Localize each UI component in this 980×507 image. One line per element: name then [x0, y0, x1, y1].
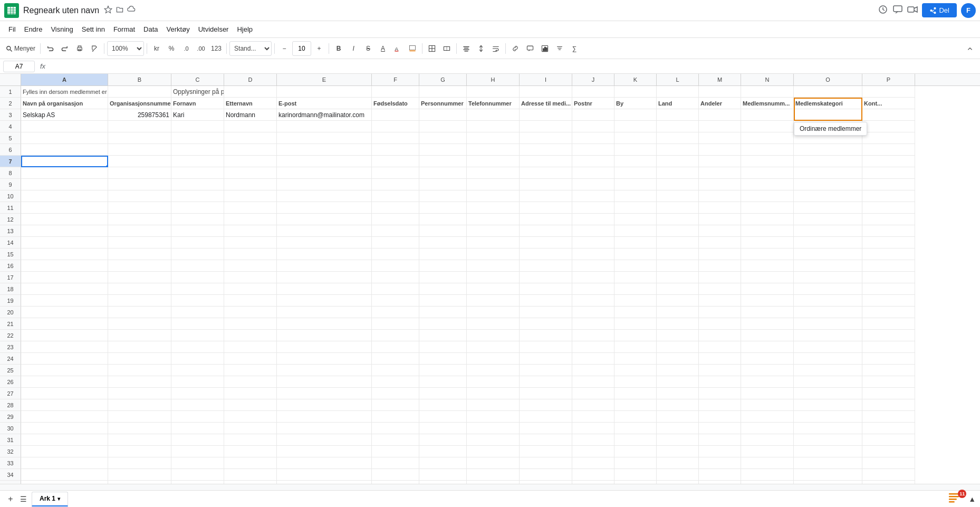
cell-C7[interactable] — [171, 156, 224, 167]
cell-E14[interactable] — [277, 237, 372, 248]
cell-L34[interactable] — [657, 469, 699, 481]
cell-H4[interactable] — [467, 121, 520, 132]
cell-A34[interactable] — [21, 469, 108, 481]
cell-B23[interactable] — [108, 341, 171, 353]
cell-P35[interactable] — [862, 481, 915, 484]
cell-B35[interactable] — [108, 481, 171, 484]
cell-A20[interactable] — [21, 307, 108, 318]
cell-J19[interactable] — [572, 295, 614, 307]
cell-M27[interactable] — [699, 388, 741, 399]
cell-O16[interactable] — [794, 260, 862, 272]
cell-L16[interactable] — [657, 260, 699, 272]
cell-B19[interactable] — [108, 295, 171, 307]
cell-B27[interactable] — [108, 388, 171, 399]
cell-M26[interactable] — [699, 376, 741, 388]
cell-A35[interactable] — [21, 481, 108, 484]
filter-button[interactable] — [553, 41, 566, 56]
cell-B17[interactable] — [108, 272, 171, 283]
cell-A18[interactable] — [21, 283, 108, 295]
cell-P27[interactable] — [862, 388, 915, 399]
cell-D6[interactable] — [224, 144, 277, 156]
row-num-29[interactable]: 29 — [0, 411, 21, 423]
cell-E4[interactable] — [277, 121, 372, 132]
font-size-increase-button[interactable]: + — [312, 41, 326, 56]
cell-G13[interactable] — [419, 225, 467, 237]
row-num-31[interactable]: 31 — [0, 434, 21, 446]
cell-E13[interactable] — [277, 225, 372, 237]
cell-K17[interactable] — [614, 272, 657, 283]
cell-H35[interactable] — [467, 481, 520, 484]
cell-A11[interactable] — [21, 202, 108, 214]
menu-fil[interactable]: Fil — [4, 23, 20, 35]
add-sheet-button[interactable]: + — [4, 493, 17, 505]
cell-O6[interactable] — [794, 144, 862, 156]
cell-P24[interactable] — [862, 353, 915, 365]
cell-K29[interactable] — [614, 411, 657, 423]
cell-I8[interactable] — [520, 167, 572, 179]
cell-C11[interactable] — [171, 202, 224, 214]
cell-J1[interactable] — [572, 86, 614, 98]
cell-I30[interactable] — [520, 423, 572, 434]
cell-C22[interactable] — [171, 330, 224, 341]
cell-E1[interactable] — [277, 86, 372, 98]
fill-color-button[interactable] — [406, 41, 419, 56]
cell-O21[interactable] — [794, 318, 862, 330]
cell-C18[interactable] — [171, 283, 224, 295]
cell-M31[interactable] — [699, 434, 741, 446]
cell-L27[interactable] — [657, 388, 699, 399]
cell-O30[interactable] — [794, 423, 862, 434]
cell-K9[interactable] — [614, 179, 657, 190]
cell-D25[interactable] — [224, 365, 277, 376]
cell-M32[interactable] — [699, 446, 741, 457]
cell-P32[interactable] — [862, 446, 915, 457]
cell-M12[interactable] — [699, 214, 741, 225]
cell-D16[interactable] — [224, 260, 277, 272]
cell-A4[interactable] — [21, 121, 108, 132]
cell-O25[interactable] — [794, 365, 862, 376]
cell-J31[interactable] — [572, 434, 614, 446]
cell-E26[interactable] — [277, 376, 372, 388]
cell-P19[interactable] — [862, 295, 915, 307]
cell-L35[interactable] — [657, 481, 699, 484]
cell-O24[interactable] — [794, 353, 862, 365]
row-num-12[interactable]: 12 — [0, 214, 21, 225]
cell-G28[interactable] — [419, 399, 467, 411]
cell-L5[interactable] — [657, 132, 699, 144]
cell-A10[interactable] — [21, 190, 108, 202]
cell-C31[interactable] — [171, 434, 224, 446]
cell-A12[interactable] — [21, 214, 108, 225]
cell-H11[interactable] — [467, 202, 520, 214]
cell-L2[interactable]: Land — [657, 98, 699, 109]
cell-H3[interactable] — [467, 109, 520, 121]
cell-K2[interactable]: By — [614, 98, 657, 109]
cell-M9[interactable] — [699, 179, 741, 190]
cell-I26[interactable] — [520, 376, 572, 388]
cell-I18[interactable] — [520, 283, 572, 295]
col-header-M[interactable]: M — [699, 74, 741, 85]
cell-L6[interactable] — [657, 144, 699, 156]
cell-I9[interactable] — [520, 179, 572, 190]
cell-F11[interactable] — [372, 202, 419, 214]
cell-F1[interactable] — [372, 86, 419, 98]
cell-F20[interactable] — [372, 307, 419, 318]
cell-C2[interactable]: Fornavn — [171, 98, 224, 109]
chat-icon[interactable] — [892, 4, 903, 16]
cell-I19[interactable] — [520, 295, 572, 307]
row-num-13[interactable]: 13 — [0, 225, 21, 237]
row-num-3[interactable]: 3 — [0, 109, 21, 121]
cell-J24[interactable] — [572, 353, 614, 365]
cell-B15[interactable] — [108, 248, 171, 260]
cell-C4[interactable] — [171, 121, 224, 132]
cell-N3[interactable] — [741, 109, 794, 121]
cell-D10[interactable] — [224, 190, 277, 202]
cell-G29[interactable] — [419, 411, 467, 423]
cell-E5[interactable] — [277, 132, 372, 144]
cell-G5[interactable] — [419, 132, 467, 144]
cell-P11[interactable] — [862, 202, 915, 214]
cell-N33[interactable] — [741, 457, 794, 469]
cell-A17[interactable] — [21, 272, 108, 283]
row-num-23[interactable]: 23 — [0, 341, 21, 353]
cell-D12[interactable] — [224, 214, 277, 225]
col-header-D[interactable]: D — [224, 74, 277, 85]
cell-D13[interactable] — [224, 225, 277, 237]
